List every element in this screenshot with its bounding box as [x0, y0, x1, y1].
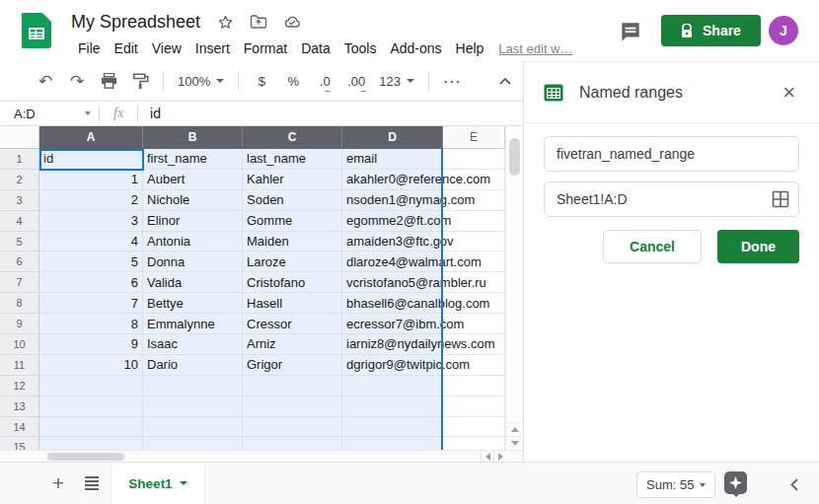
cell-A2[interactable]: 1 [39, 170, 143, 190]
cell-A13[interactable] [39, 396, 143, 417]
row-header-1[interactable]: 1 [0, 149, 39, 170]
range-name-input[interactable] [544, 136, 799, 172]
comments-button[interactable] [618, 19, 643, 44]
row-header-3[interactable]: 3 [0, 190, 39, 211]
cloud-saved-icon[interactable] [283, 13, 301, 31]
share-button[interactable]: Share [661, 15, 761, 46]
cell-D11[interactable]: dgrigor9@twitpic.com [342, 355, 443, 376]
cell-B7[interactable]: Valida [143, 272, 243, 293]
cell-C7[interactable]: Cristofano [243, 272, 342, 293]
hide-menus-button[interactable] [493, 69, 517, 93]
cell-E14[interactable] [443, 417, 505, 438]
cell-C13[interactable] [243, 396, 342, 417]
scroll-left-button[interactable] [481, 451, 493, 462]
column-header-D[interactable]: D [342, 126, 443, 149]
cell-C8[interactable]: Hasell [243, 293, 342, 314]
cell-B5[interactable]: Antonia [143, 232, 243, 252]
cell-A3[interactable]: 2 [39, 190, 143, 211]
cell-A8[interactable]: 7 [39, 293, 143, 314]
select-all-corner[interactable] [0, 126, 39, 149]
cell-C5[interactable]: Maiden [243, 232, 342, 252]
all-sheets-button[interactable] [79, 470, 105, 496]
cell-B9[interactable]: Emmalynne [143, 314, 243, 334]
column-header-C[interactable]: C [243, 126, 342, 149]
cell-C4[interactable]: Gomme [243, 211, 342, 232]
sum-summary-button[interactable]: Sum: 55 [636, 471, 715, 498]
cell-D12[interactable] [342, 376, 443, 396]
cell-C9[interactable]: Cressor [243, 314, 342, 334]
row-header-14[interactable]: 14 [0, 417, 39, 438]
cell-C12[interactable] [243, 376, 342, 396]
cell-A4[interactable]: 3 [39, 211, 143, 232]
cell-B11[interactable]: Dario [143, 355, 243, 376]
scroll-right-button[interactable] [493, 451, 506, 462]
row-header-9[interactable]: 9 [0, 314, 39, 334]
cell-A14[interactable] [39, 417, 143, 438]
explore-button[interactable] [724, 471, 747, 494]
cell-D7[interactable]: vcristofano5@rambler.ru [342, 272, 443, 293]
cell-C15[interactable] [243, 437, 342, 450]
menu-view[interactable]: View [145, 38, 188, 58]
paint-format-button[interactable] [127, 68, 153, 94]
cell-D1[interactable]: email [342, 149, 443, 170]
cell-C11[interactable]: Grigor [243, 355, 342, 376]
cell-B3[interactable]: Nichole [143, 190, 243, 211]
cell-D3[interactable]: nsoden1@nymag.com [342, 190, 443, 211]
row-header-6[interactable]: 6 [0, 252, 39, 272]
cell-A11[interactable]: 10 [39, 355, 143, 376]
cell-C14[interactable] [243, 417, 342, 438]
row-header-8[interactable]: 8 [0, 293, 39, 314]
select-data-range-button[interactable] [772, 190, 789, 208]
cell-D14[interactable] [342, 417, 443, 438]
cell-D9[interactable]: ecressor7@ibm.com [342, 314, 443, 334]
menu-format[interactable]: Format [237, 38, 294, 58]
row-header-5[interactable]: 5 [0, 232, 39, 252]
cell-A7[interactable]: 6 [39, 272, 143, 293]
increase-decimal-button[interactable]: .00 [343, 68, 369, 94]
row-header-4[interactable]: 4 [0, 211, 39, 232]
cell-D8[interactable]: bhasell6@canalblog.com [342, 293, 443, 314]
cancel-button[interactable]: Cancel [603, 230, 702, 263]
cell-B4[interactable]: Elinor [143, 211, 243, 232]
done-button[interactable]: Done [717, 230, 799, 263]
cell-E1[interactable] [443, 149, 505, 170]
menu-help[interactable]: Help [449, 38, 491, 58]
last-edit-link[interactable]: Last edit w… [498, 41, 572, 56]
cell-B2[interactable]: Aubert [143, 170, 243, 190]
scroll-up-button[interactable] [506, 422, 523, 436]
star-icon[interactable] [216, 13, 234, 31]
cell-B6[interactable]: Donna [143, 252, 243, 272]
row-header-15[interactable]: 15 [0, 437, 39, 450]
cell-A9[interactable]: 8 [39, 314, 143, 334]
close-icon[interactable]: × [779, 80, 799, 106]
cell-B8[interactable]: Bettye [143, 293, 243, 314]
row-header-12[interactable]: 12 [0, 376, 39, 396]
sheet-tab-sheet1[interactable]: Sheet1 [111, 463, 205, 504]
row-header-2[interactable]: 2 [0, 170, 39, 190]
cell-B14[interactable] [143, 417, 243, 438]
cell-D2[interactable]: akahler0@reference.com [342, 170, 443, 190]
document-title[interactable]: My Spreadsheet [71, 12, 200, 33]
cell-E4[interactable] [443, 211, 505, 232]
sheets-logo-icon[interactable] [22, 13, 51, 48]
range-reference-input[interactable] [544, 181, 799, 217]
cell-D4[interactable]: egomme2@ft.com [342, 211, 443, 232]
cell-A5[interactable]: 4 [39, 232, 143, 252]
cell-B15[interactable] [143, 437, 243, 450]
menu-file[interactable]: File [71, 38, 108, 58]
more-toolbar-button[interactable]: ⋯ [439, 68, 465, 94]
cell-C2[interactable]: Kahler [243, 170, 342, 190]
move-to-folder-icon[interactable] [250, 13, 267, 31]
row-header-7[interactable]: 7 [0, 272, 39, 293]
cell-E13[interactable] [443, 396, 505, 417]
print-button[interactable] [96, 68, 121, 94]
cell-E15[interactable] [443, 437, 505, 450]
cell-A6[interactable]: 5 [39, 252, 143, 272]
cell-C10[interactable]: Arniz [243, 334, 342, 355]
collapse-panel-button[interactable] [784, 474, 804, 494]
cell-A15[interactable] [39, 437, 143, 450]
name-box[interactable]: A:D [0, 107, 99, 121]
menu-tools[interactable]: Tools [337, 38, 384, 58]
format-percent-button[interactable]: % [280, 68, 306, 94]
cell-D5[interactable]: amaiden3@ftc.gov [342, 232, 443, 252]
